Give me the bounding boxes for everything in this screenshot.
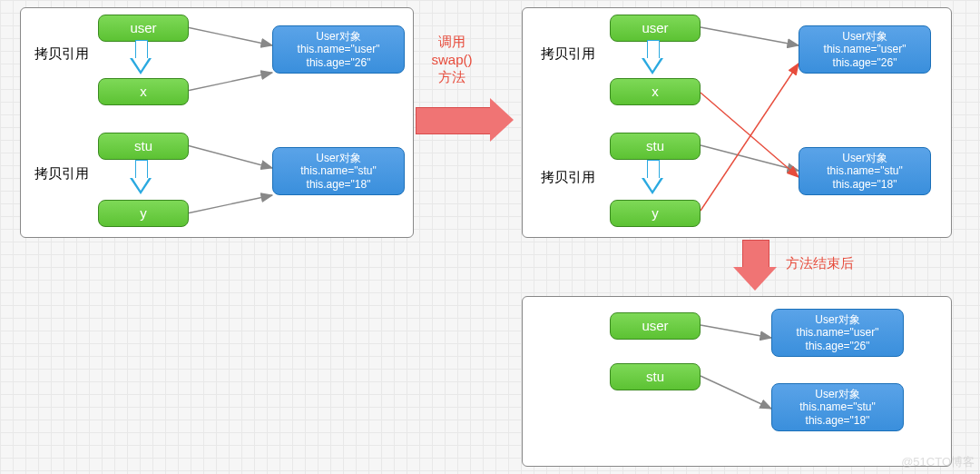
obj-line2: this.age="26" (806, 340, 870, 352)
arrow-after-method (733, 240, 777, 291)
obj-user-3: User对象 this.name="user" this.age="26" (771, 309, 904, 357)
var-label: stu (134, 138, 152, 154)
obj-title: User对象 (842, 152, 887, 164)
var-label: x (140, 84, 147, 100)
var-label: stu (646, 369, 664, 385)
obj-title: User对象 (316, 30, 360, 43)
var-user-3: user (610, 312, 701, 340)
var-y-2: y (610, 200, 701, 227)
obj-title: User对象 (316, 152, 360, 164)
var-stu-1: stu (98, 133, 189, 160)
obj-line2: this.age="26" (833, 56, 897, 69)
label-call-swap: 调用 swap() 方法 (425, 33, 479, 86)
var-stu-3: stu (610, 363, 701, 390)
label-copyref-1b: 拷贝引用 (34, 165, 89, 183)
obj-line2: this.age="18" (833, 178, 897, 191)
obj-user-2: User对象 this.name="user" this.age="26" (799, 25, 931, 74)
obj-title: User对象 (815, 388, 859, 400)
obj-user-1: User对象 this.name="user" this.age="26" (272, 25, 405, 74)
obj-line2: this.age="18" (806, 414, 870, 427)
label-after-method: 方法结束后 (786, 254, 854, 272)
obj-line1: this.name="user" (797, 326, 879, 339)
obj-title: User对象 (815, 313, 859, 326)
obj-stu-1: User对象 this.name="stu" this.age="18" (272, 147, 405, 195)
var-label: user (642, 318, 668, 334)
var-label: stu (646, 138, 664, 154)
obj-stu-2: User对象 this.name="stu" this.age="18" (799, 147, 931, 195)
arrow-copy-1a (131, 40, 151, 78)
var-label: y (652, 205, 659, 222)
label-copyref-2a: 拷贝引用 (541, 45, 595, 63)
obj-stu-3: User对象 this.name="stu" this.age="18" (771, 383, 904, 431)
var-y-1: y (98, 200, 189, 227)
watermark: @51CTO博客 (901, 454, 975, 470)
obj-line2: this.age="26" (307, 56, 371, 69)
arrow-copy-2b (642, 160, 662, 198)
obj-title: User对象 (842, 30, 887, 43)
obj-line1: this.name="stu" (300, 164, 377, 177)
label-copyref-1a: 拷贝引用 (34, 45, 89, 63)
var-stu-2: stu (610, 133, 701, 160)
arrow-copy-1b (131, 160, 151, 198)
var-user-2: user (610, 15, 701, 42)
obj-line1: this.name="user" (298, 43, 380, 55)
var-user-1: user (98, 15, 189, 42)
arrow-call-swap (416, 98, 515, 142)
var-x-2: x (610, 78, 701, 105)
obj-line1: this.name="stu" (799, 400, 876, 413)
obj-line2: this.age="18" (307, 178, 371, 191)
var-label: user (130, 20, 156, 36)
var-label: x (652, 84, 659, 100)
arrow-copy-2a (642, 40, 662, 78)
var-label: user (642, 20, 668, 36)
var-x-1: x (98, 78, 189, 105)
var-label: y (140, 205, 147, 222)
obj-line1: this.name="stu" (827, 164, 903, 177)
label-copyref-2b: 拷贝引用 (541, 169, 595, 186)
obj-line1: this.name="user" (824, 43, 906, 55)
